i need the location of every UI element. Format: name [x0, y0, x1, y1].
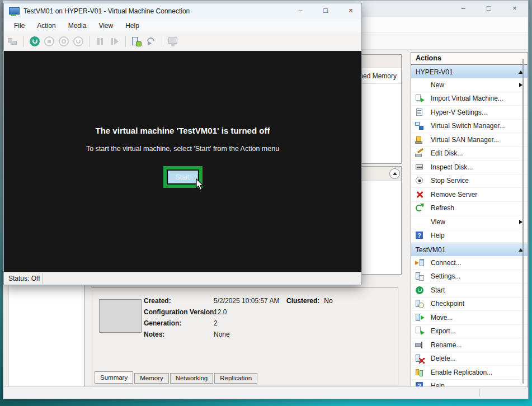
vm-status-text: Status: Off	[8, 275, 40, 282]
menu-action[interactable]: Action	[37, 22, 55, 30]
details-fields: Created:5/2/2025 10:05:57 AMConfiguratio…	[144, 297, 279, 342]
vmconnect-close-button[interactable]: ×	[346, 5, 356, 16]
action-delete[interactable]: Delete...	[411, 352, 528, 366]
toolbar-separator	[162, 36, 162, 47]
vm-off-instruction: To start the virtual machine, select 'St…	[4, 145, 361, 153]
vmconnect-window: TestVM01 on HYPER-V01 - Virtual Machine …	[3, 3, 362, 285]
action-import-virtual-machine[interactable]: Import Virtual Machine...	[411, 92, 528, 106]
detail-value: None	[214, 331, 230, 338]
menu-view[interactable]: View	[98, 22, 113, 30]
revert-icon[interactable]	[145, 36, 157, 47]
action-help[interactable]: Help	[411, 229, 528, 243]
action-label: Start	[431, 286, 445, 294]
checkpoint-icon[interactable]	[131, 36, 142, 47]
help-icon	[415, 231, 424, 240]
vmconnect-menubar: FileActionMediaViewHelp	[4, 19, 361, 32]
action-label: Enable Replication...	[431, 369, 492, 376]
manager-minimize-button[interactable]: –	[458, 3, 469, 14]
refresh-icon	[415, 204, 424, 213]
action-enable-replication[interactable]: Enable Replication...	[411, 366, 528, 380]
start-icon	[415, 286, 424, 295]
actions-panel-body: HYPER-V01NewImport Virtual Machine...Hyp…	[411, 65, 528, 388]
action-export[interactable]: Export...	[411, 325, 528, 339]
statusbar-divider	[42, 273, 43, 284]
pause-icon[interactable]	[95, 36, 106, 47]
action-virtual-switch-manager[interactable]: Virtual Switch Manager...	[411, 120, 528, 134]
action-label: Move...	[431, 314, 453, 322]
vmconnect-title: TestVM01 on HYPER-V01 - Virtual Machine …	[23, 7, 190, 15]
actions-scrollbar[interactable]	[522, 59, 524, 384]
section-title: TestVM01	[416, 246, 519, 254]
actions-section-header-testvm01[interactable]: TestVM01	[411, 243, 528, 256]
action-view[interactable]: View	[411, 215, 528, 229]
edit-disk-icon	[415, 149, 424, 158]
vmconnect-titlebar[interactable]: TestVM01 on HYPER-V01 - Virtual Machine …	[4, 3, 361, 19]
shut-down-icon[interactable]	[58, 36, 69, 47]
action-label: Refresh	[431, 204, 454, 212]
details-tabs: SummaryMemoryNetworkingReplication	[95, 371, 258, 384]
action-label: New	[431, 81, 444, 89]
stop-service-icon	[415, 176, 424, 185]
tab-networking[interactable]: Networking	[170, 373, 214, 384]
action-checkpoint[interactable]: Checkpoint	[411, 298, 528, 311]
tab-replication[interactable]: Replication	[214, 373, 257, 384]
turn-off-icon[interactable]	[44, 36, 55, 47]
tab-memory[interactable]: Memory	[134, 373, 169, 384]
action-refresh[interactable]: Refresh	[411, 202, 528, 216]
action-virtual-san-manager[interactable]: Virtual SAN Manager...	[411, 133, 528, 147]
action-move[interactable]: Move...	[411, 311, 528, 325]
action-label: Help	[431, 232, 445, 239]
actions-panel-title: Actions	[411, 53, 528, 65]
action-connect[interactable]: Connect...	[411, 256, 528, 270]
manager-maximize-button[interactable]: □	[483, 3, 495, 14]
vm-thumbnail	[99, 299, 142, 333]
remove-server-icon	[415, 190, 424, 199]
detail-label: Notes:	[144, 331, 214, 338]
enhanced-session-icon[interactable]	[167, 36, 178, 47]
statusbar-divider	[479, 389, 480, 396]
detail-value: 5/2/2025 10:05:57 AM	[214, 297, 279, 305]
action-label: Inspect Disk...	[431, 163, 473, 171]
vm-details-pane: Created:5/2/2025 10:05:57 AMConfiguratio…	[92, 287, 398, 385]
action-inspect-disk[interactable]: Inspect Disk...	[411, 160, 528, 174]
action-label: Remove Server	[431, 191, 477, 199]
action-stop-service[interactable]: Stop Service	[411, 174, 528, 188]
action-label: Connect...	[431, 259, 462, 267]
vmconnect-maximize-button[interactable]: □	[321, 5, 331, 16]
detail-row: Configuration Version:12.0	[144, 308, 279, 319]
action-start[interactable]: Start	[411, 284, 528, 298]
actions-section-header-hyper-v01[interactable]: HYPER-V01	[411, 65, 528, 78]
mouse-cursor-icon	[195, 178, 205, 192]
actions-panel: Actions HYPER-V01NewImport Virtual Machi…	[411, 52, 528, 388]
hyperv-settings-icon	[415, 108, 424, 117]
action-new[interactable]: New	[411, 78, 528, 92]
action-remove-server[interactable]: Remove Server	[411, 188, 528, 202]
detail-row: Notes:None	[144, 331, 279, 342]
action-settings[interactable]: Settings...	[411, 270, 528, 284]
action-label: Settings...	[431, 272, 460, 280]
menu-media[interactable]: Media	[68, 22, 87, 30]
detail-value: No	[324, 297, 332, 305]
reset-icon[interactable]	[109, 36, 120, 47]
action-hyper-v-settings[interactable]: Hyper-V Settings...	[411, 106, 528, 120]
ctrl-alt-del-icon[interactable]	[7, 36, 18, 47]
action-rename[interactable]: Rename...	[411, 338, 528, 352]
save-icon[interactable]	[73, 36, 84, 47]
menu-help[interactable]: Help	[125, 22, 139, 30]
detail-label: Clustered:	[286, 297, 319, 305]
vmconnect-minimize-button[interactable]: –	[295, 5, 305, 16]
start-icon[interactable]	[29, 36, 40, 47]
action-label: Import Virtual Machine...	[431, 95, 503, 102]
tab-summary[interactable]: Summary	[95, 371, 133, 384]
start-button[interactable]: Start	[168, 171, 198, 183]
menu-file[interactable]: File	[14, 22, 25, 30]
action-label: View	[431, 218, 445, 226]
start-button-highlight: Start	[163, 166, 203, 188]
collapse-section-button[interactable]	[389, 168, 400, 179]
delete-icon	[415, 354, 424, 363]
action-edit-disk[interactable]: Edit Disk...	[411, 147, 528, 161]
icon-spacer	[415, 81, 424, 89]
detail-row: Generation:2	[144, 319, 279, 331]
manager-close-button[interactable]: ×	[509, 3, 520, 14]
vm-display-screen[interactable]: The virtual machine 'TestVM01' is turned…	[4, 51, 361, 276]
